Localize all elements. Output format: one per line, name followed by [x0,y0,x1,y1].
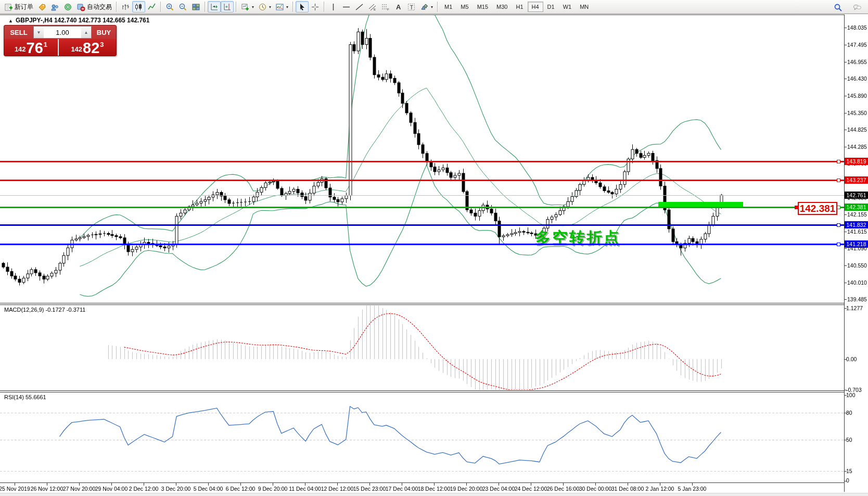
timeframe-h1-button[interactable]: H1 [512,2,527,12]
indicators-list-button[interactable]: ▾ [273,1,290,12]
new-chart-button[interactable]: ▾ [239,1,256,12]
timeframe-mn-button[interactable]: MN [576,2,593,12]
time-axis-label: 5 Dec 04:00 [194,486,223,492]
toolbar-separator [437,2,438,12]
timeframe-m15-button[interactable]: M15 [473,2,492,12]
time-axis-label: 2 Jan 12:00 [646,486,674,492]
shapes-button[interactable]: ▾ [418,1,435,12]
time-axis-label: 9 Dec 20:00 [258,486,288,492]
text-button[interactable]: A [392,1,405,12]
signals-icon [63,3,72,11]
time-axis-label: 15 Dec 23:00 [353,486,386,492]
zoom-in-button[interactable] [163,1,176,12]
volume-increase-button[interactable]: ▲ [81,27,91,38]
line-anchor-handle[interactable] [837,179,840,182]
sell-price-button[interactable]: 142 76 1 [4,39,58,56]
tile-windows-button[interactable] [189,1,202,12]
time-axis-label: 26 Dec 16:00 [547,486,579,492]
timeframe-m1-button[interactable]: M1 [440,2,456,12]
price-axis-tick: 140.550 [847,262,868,269]
line-anchor-handle[interactable] [837,160,840,163]
chevron-down-icon: ▾ [286,5,288,9]
line-anchor-handle[interactable] [837,206,840,209]
bottom-strip [0,493,868,496]
indicators-icon [275,3,284,11]
community-icon[interactable] [48,1,61,12]
price-badge-141.832: 141.832 [845,221,868,228]
time-axis-label: 17 Dec 04:00 [386,486,418,492]
alerts-icon[interactable] [35,1,48,12]
line-anchor-handle[interactable] [837,223,840,227]
line-anchor-handle[interactable] [837,243,840,246]
macd-label: MACD(12,26,9) -0.1727 -0.3711 [4,307,85,313]
text-label-button[interactable]: T [405,1,418,12]
price-axis-tick: 145.890 [847,93,868,99]
horizontal-line-143.237[interactable] [0,180,844,181]
volume-decrease-button[interactable]: ▼ [34,27,44,38]
vertical-line-button[interactable] [327,1,340,12]
community-icon [50,3,59,11]
current-price-line[interactable] [0,195,844,196]
crosshair-icon [311,3,320,11]
crosshair-button[interactable] [309,1,322,12]
svg-text:E: E [374,8,376,11]
time-axis-label: 3 Dec 20:00 [161,486,191,492]
auto-scroll-button[interactable] [208,1,221,12]
buy-price-prefix: 142 [71,45,82,53]
tile-icon [192,3,200,11]
timeframe-w1-button[interactable]: W1 [559,2,576,12]
svg-text:A: A [396,3,401,11]
signals-icon[interactable] [61,1,74,12]
time-axis-label: 26 Nov 12:00 [31,486,63,492]
price-axis-tick: 147.495 [847,42,868,48]
buy-price-button[interactable]: 142 82 3 [59,39,116,56]
sell-button[interactable]: SELL [4,29,33,36]
pane-separator[interactable] [0,303,844,303]
toolbar-separator [160,2,161,12]
horizontal-line-142.381[interactable] [0,207,844,208]
horizontal-line-button[interactable] [340,1,353,12]
volume-value[interactable]: 1.00 [44,29,81,36]
chinese-annotation[interactable]: 多空转折点 [535,227,621,249]
time-axis-label: 12 Dec 12:00 [321,486,353,492]
zoom-out-button[interactable] [176,1,189,12]
horizontal-line-141.832[interactable] [0,224,844,226]
time-axis-separator[interactable] [0,482,844,483]
trendline-button[interactable] [353,1,366,12]
tline-icon [355,3,364,11]
search-button[interactable] [832,2,845,13]
mt4-window: 新订单自动交易▾▾▾EFAT▾M1M5M15M30H1H4D1W1MN ▲GBP… [0,0,868,496]
chat-button[interactable] [851,2,864,13]
horizontal-line-143.819[interactable] [0,161,844,162]
timeframe-m30-button[interactable]: M30 [492,2,512,12]
autotrading-button[interactable]: 自动交易 [74,1,114,12]
chart-shift-button[interactable] [221,1,234,12]
equidistant-channel-button[interactable]: E [366,1,379,12]
new-order-button[interactable]: 新订单 [2,1,35,12]
toolbar-separator [292,2,293,12]
price-axis-tick: 142.155 [847,211,868,218]
time-axis-label: 25 Nov 2019 [0,486,30,492]
pane-separator[interactable] [0,390,844,391]
price-level-label[interactable]: 142.381 [798,202,837,215]
timeframe-h4-button[interactable]: H4 [528,2,543,12]
candlestick-button[interactable] [132,1,145,12]
toolbar-right [832,2,864,13]
bar-chart-button[interactable] [119,1,132,12]
price-badge-143.819: 143.819 [845,158,868,165]
line-chart-button[interactable] [145,1,158,12]
collapse-arrow-icon[interactable]: ▲ [8,18,13,23]
newchart-icon [241,3,250,11]
cursor-button[interactable] [296,1,309,12]
time-axis-label: 2 Dec 12:00 [129,486,159,492]
fibonacci-button[interactable]: F [379,1,392,12]
periods-button[interactable]: ▾ [256,1,273,12]
chevron-down-icon: ▾ [269,5,271,9]
textA-icon: A [394,3,403,11]
horizontal-line-141.218[interactable] [0,244,844,245]
timeframe-m5-button[interactable]: M5 [456,2,473,12]
price-axis-border[interactable] [844,15,845,492]
timeframe-d1-button[interactable]: D1 [543,2,559,12]
buy-button[interactable]: BUY [92,29,116,36]
price-chart-canvas[interactable] [0,0,868,496]
